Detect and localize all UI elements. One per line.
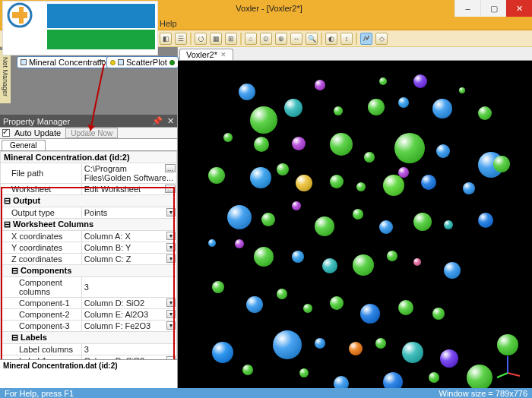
minimize-button[interactable]: –: [454, 0, 480, 17]
sphere: [254, 137, 269, 152]
prop-key: Label-1: [1, 355, 82, 360]
prop-value[interactable]: Column A: X▾: [81, 231, 176, 242]
toolbar-btn[interactable]: ◇: [375, 33, 388, 45]
toolbar-btn[interactable]: ⊕: [275, 33, 287, 45]
node-label: ScatterPlot: [126, 58, 167, 67]
auto-update-checkbox[interactable]: [2, 129, 10, 137]
close-tab-icon[interactable]: ✕: [220, 51, 226, 58]
prop-value[interactable]: Points▾: [81, 207, 176, 219]
prop-value[interactable]: Column C: Z▾: [81, 254, 176, 265]
input-port-icon[interactable]: [110, 60, 116, 65]
sphere: [322, 258, 337, 273]
svg-line-3: [508, 373, 520, 376]
group-header[interactable]: ⊟ Components: [1, 265, 177, 277]
toolbar-btn[interactable]: ◐: [325, 33, 337, 45]
sphere: [478, 213, 493, 228]
group-header[interactable]: ⊟ Labels: [1, 332, 177, 344]
node-checkbox[interactable]: [118, 59, 124, 65]
menu-help[interactable]: Help: [160, 19, 177, 28]
update-now-button[interactable]: Update Now: [65, 128, 118, 138]
sphere: [292, 137, 306, 150]
dropdown-icon[interactable]: ▾: [166, 208, 176, 216]
close-button[interactable]: ✕: [506, 0, 532, 17]
pm-footer: Mineral Concentration.dat (id:2): [0, 359, 177, 388]
sphere: [413, 258, 421, 266]
dropdown-icon[interactable]: ▾: [166, 232, 176, 240]
toolbar-btn[interactable]: ▦: [210, 33, 222, 45]
pin-icon[interactable]: 📌: [152, 116, 163, 126]
dropdown-icon[interactable]: ▾: [166, 321, 176, 330]
property-grid[interactable]: Mineral Concentration.dat (id:2) File pa…: [0, 151, 177, 359]
ellipsis-button[interactable]: …: [165, 185, 176, 193]
sphere: [360, 304, 380, 324]
prop-value[interactable]: 3: [81, 344, 176, 355]
status-window-size: Window size = 789x776: [439, 389, 527, 398]
toolbar-btn[interactable]: ⭯: [195, 33, 207, 45]
sphere: [413, 74, 427, 88]
dropdown-icon[interactable]: ▾: [166, 310, 176, 318]
dropdown-icon[interactable]: ▾: [166, 298, 176, 307]
node-scatterplot[interactable]: ScatterPlot: [106, 56, 179, 68]
prop-value[interactable]: Edit Worksheet…: [81, 184, 176, 195]
prop-value[interactable]: Column D: SiO2▾: [81, 355, 176, 360]
status-help: For Help, press F1: [5, 389, 74, 398]
sphere: [334, 376, 349, 388]
sphere: [227, 205, 252, 229]
auto-update-label: Auto Update: [14, 128, 61, 137]
ellipsis-button[interactable]: …: [165, 164, 176, 172]
prop-key: Component columns: [1, 277, 82, 298]
toolbar-btn[interactable]: ☰: [175, 33, 187, 45]
group-header[interactable]: Mineral Concentration.dat (id:2): [1, 152, 177, 163]
sphere: [284, 99, 302, 117]
prop-value[interactable]: Column D: SiO2▾: [81, 298, 176, 309]
prop-value[interactable]: Column B: Y▾: [81, 242, 176, 254]
property-manager-header: Property Manager 📌✕: [0, 115, 177, 127]
tab-general[interactable]: General: [2, 140, 46, 150]
dropdown-icon[interactable]: ▾: [166, 356, 176, 359]
network-canvas[interactable]: Net Manager Mineral Concentration.dat Sc…: [0, 47, 177, 115]
sphere: [334, 106, 343, 115]
dropdown-icon[interactable]: ▾: [166, 243, 176, 251]
sphere: [277, 163, 289, 175]
maximize-button[interactable]: ▢: [480, 0, 506, 17]
toolbar-btn[interactable]: ↔: [290, 33, 302, 45]
toolbar-btn[interactable]: ◧: [160, 33, 172, 45]
sphere: [261, 213, 275, 226]
sphere: [242, 365, 253, 375]
viewport-3d[interactable]: [178, 61, 532, 388]
prop-key: Component-1: [1, 298, 82, 309]
sphere: [364, 152, 375, 163]
prop-value[interactable]: Column F: Fe2O3▾: [81, 321, 176, 332]
network-tab[interactable]: Net Manager: [0, 50, 11, 103]
dropdown-icon[interactable]: ▾: [166, 254, 176, 263]
sphere: [375, 338, 386, 349]
prop-value[interactable]: C:\Program Files\Golden Software...…: [81, 163, 176, 184]
sphere: [353, 254, 374, 276]
group-header[interactable]: ⊟ Worksheet Columns: [1, 219, 177, 231]
output-port-icon[interactable]: [169, 60, 175, 65]
sphere: [212, 281, 224, 293]
close-panel-icon[interactable]: ✕: [167, 116, 174, 126]
sphere: [315, 338, 325, 349]
prop-value[interactable]: Column E: Al2O3▾: [81, 309, 176, 321]
doc-tab[interactable]: Voxler2* ✕: [179, 49, 233, 60]
toolbar-btn[interactable]: ⌂: [245, 33, 257, 45]
toolbar-btn[interactable]: ⊙: [260, 33, 272, 45]
prop-value[interactable]: 3: [81, 277, 176, 298]
toolbar-btn[interactable]: ↕: [340, 33, 353, 45]
sphere: [383, 175, 404, 196]
sphere: [292, 201, 301, 210]
group-header[interactable]: ⊟ Output: [1, 195, 177, 207]
sphere: [299, 368, 309, 377]
sphere: [402, 342, 423, 363]
node-checkbox[interactable]: [21, 59, 27, 65]
sphere: [478, 106, 492, 120]
sphere: [398, 97, 409, 108]
toolbar-btn-active[interactable]: 🗲: [360, 33, 372, 45]
toolbar-btn[interactable]: ⊞: [225, 33, 237, 45]
toolbar-btn[interactable]: 🔍: [306, 33, 318, 45]
sphere: [254, 247, 274, 267]
pm-controls: Auto Update Update Now: [0, 127, 177, 139]
prop-key: Worksheet: [1, 184, 82, 195]
sphere: [349, 342, 363, 355]
